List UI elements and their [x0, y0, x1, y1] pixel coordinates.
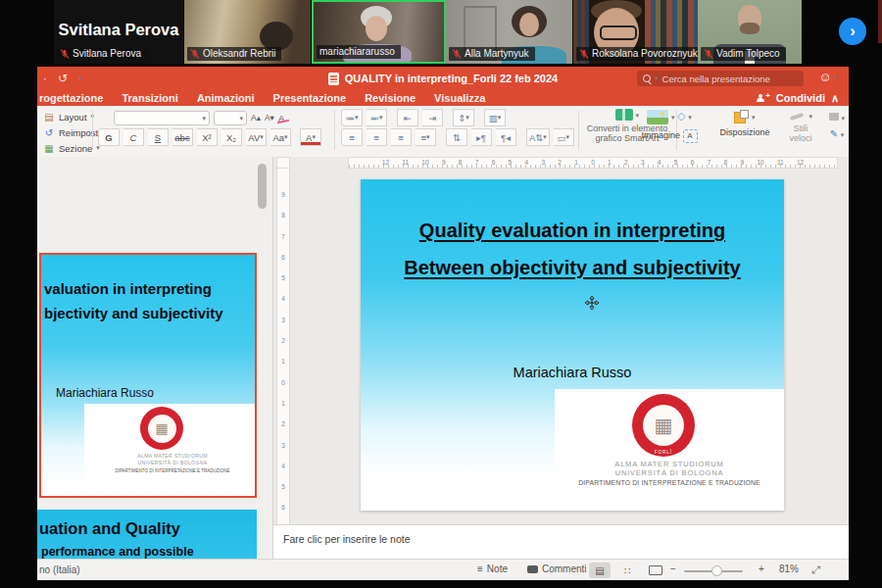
layout-button[interactable]: ▤ Layout▾ — [43, 109, 103, 124]
next-participants-button[interactable]: › — [839, 18, 866, 45]
shrink-font-button[interactable]: A▾ — [265, 113, 274, 122]
zoom-out-button[interactable]: − — [670, 564, 676, 574]
decrease-indent-button[interactable]: ⇤ — [397, 109, 418, 126]
panel-scrollbar[interactable] — [258, 164, 267, 209]
vertical-align-button[interactable]: A⇅▾ — [526, 128, 550, 146]
bold-button[interactable]: G — [98, 128, 120, 146]
university-logo: ▦ ALMA MATER STUDIORUM UNIVERSITÀ DI BOL… — [84, 404, 257, 490]
tab-transizioni[interactable]: Transizioni — [122, 92, 177, 104]
participant-tile-alla[interactable]: Alla Martynyuk — [446, 0, 572, 64]
notes-toggle[interactable]: ≡ Note — [477, 564, 508, 574]
university-logo: ▦ FORLÌ ALMA MATER STUDIORUM UNIVERSITÀ … — [555, 389, 784, 505]
slide-title-line1[interactable]: Quality evaluation in interpreting — [361, 220, 784, 242]
slide-title-line2[interactable]: Between objectivity and subjectivity — [361, 257, 784, 279]
search-input[interactable]: ▾ Cerca nella presentazione — [637, 71, 804, 86]
tab-visualizza[interactable]: Visualizza — [434, 92, 485, 104]
fill-outline-group: ▾ ✎ ▾ — [827, 112, 847, 139]
collapse-ribbon-icon[interactable]: ∧ — [831, 92, 839, 105]
align-right-button[interactable]: ≡ — [391, 128, 412, 146]
tab-revisione[interactable]: Revisione — [365, 92, 416, 104]
feedback-button[interactable]: ☺ ▾ — [818, 70, 837, 84]
chevron-right-icon: › — [850, 22, 856, 41]
reset-button[interactable]: ↺ Reimposta — [43, 124, 103, 140]
arrange-icon[interactable] — [734, 110, 749, 123]
shape-fill-icon[interactable] — [829, 113, 839, 121]
section-icon: ▦ — [43, 143, 55, 154]
line-spacing-button[interactable]: ⇕▾ — [453, 109, 474, 126]
align-center-button[interactable]: ≡ — [367, 128, 387, 146]
normal-view-icon: ▤ — [595, 565, 604, 576]
section-button[interactable]: ▦ Sezione▾ — [43, 140, 103, 156]
picture-icon[interactable] — [647, 110, 668, 124]
tab-progettazione[interactable]: rogettazione — [39, 92, 103, 104]
change-case-button[interactable]: Aa▾ — [270, 128, 291, 146]
zoom-in-button[interactable]: + — [759, 564, 764, 574]
participant-name-label: Svitlana Perova — [57, 47, 147, 61]
slide-thumbnail-2[interactable]: uation and Quality performance and possi… — [37, 510, 257, 559]
underline-button[interactable]: S — [148, 128, 169, 146]
align-left-button[interactable]: ≡ — [341, 128, 363, 146]
picture-button[interactable]: Immagine — [641, 130, 680, 140]
title-bar: · ↺ ▾ QUALITY in interpreting_Forli 22 f… — [37, 67, 849, 90]
participant-tile-mariachiara-speaking[interactable]: mariachiararusso — [312, 0, 446, 64]
distribute-button[interactable]: ⇅ — [446, 128, 467, 146]
zoom-level[interactable]: 81% — [779, 564, 799, 574]
shapes-icon[interactable]: ◇ — [677, 110, 685, 122]
participant-tile-roksolana[interactable]: Roksolana Povoroznyuk — [573, 0, 698, 64]
slideshow-button[interactable] — [645, 563, 666, 578]
language-status[interactable]: no (Italia) — [39, 564, 80, 575]
text-direction-rtl-button[interactable]: ¶◂ — [496, 128, 516, 146]
ruler-corner — [276, 157, 290, 169]
text-direction-ltr-button[interactable]: ▸¶ — [471, 128, 492, 146]
bullet-list-button[interactable]: ≔▾ — [341, 109, 363, 126]
quick-styles-icon[interactable] — [789, 110, 807, 122]
bologna-seal: ▦ FORLÌ — [632, 394, 695, 457]
character-spacing-button[interactable]: AV▾ — [246, 128, 267, 146]
participant-name-label: Roksolana Povoroznyuk — [576, 47, 698, 61]
font-size-select[interactable]: ▾ — [214, 111, 247, 125]
fit-to-window-icon[interactable]: ⤢ — [811, 564, 820, 576]
strikethrough-button[interactable]: abc — [172, 128, 193, 146]
increase-indent-button[interactable]: ⇥ — [422, 109, 443, 126]
share-group: + Condividi ∧ — [757, 90, 839, 106]
textbox-button[interactable]: A — [683, 129, 698, 143]
notes-pane[interactable]: Fare clic per inserire le note — [273, 524, 849, 560]
subscript-button[interactable]: X₂ — [221, 128, 242, 146]
participant-tile-oleksandr[interactable]: Oleksandr Rebrii — [184, 0, 311, 64]
comments-toggle[interactable]: Commenti — [527, 564, 587, 574]
participant-name-label: mariachiararusso — [317, 45, 401, 59]
font-name-select[interactable]: ▾ — [114, 111, 210, 125]
font-color-button[interactable]: A▾ — [300, 128, 321, 146]
grow-font-button[interactable]: A▴ — [251, 113, 261, 122]
ribbon-tab-row: rogettazione Transizioni Animazioni Pres… — [37, 90, 849, 106]
slide-author[interactable]: Mariachiara Russo — [361, 365, 784, 380]
share-button[interactable]: Condividi — [776, 92, 825, 104]
comments-icon — [527, 565, 538, 573]
arrange-button[interactable]: Disposizione — [719, 127, 769, 137]
slide-thumbnail-1-selected[interactable]: valuation in interpreting bjectivity and… — [39, 253, 257, 498]
normal-view-button[interactable]: ▤ — [589, 563, 611, 578]
muted-mic-icon — [190, 49, 200, 59]
italic-button[interactable]: C — [123, 128, 144, 146]
columns-button[interactable]: ▥▾ — [484, 109, 506, 126]
tab-presentazione[interactable]: Presentazione — [273, 92, 347, 104]
slide-sorter-button[interactable]: ∷ — [616, 563, 638, 578]
seal-text: FORLÌ — [632, 450, 695, 455]
save-dot-icon[interactable]: · — [43, 72, 47, 85]
clear-formatting-button[interactable]: A — [278, 113, 284, 123]
undo-icon[interactable]: ↺ — [58, 72, 68, 85]
participant-tile-vadim[interactable]: Vadim Tolpeco — [698, 0, 802, 64]
numbered-list-button[interactable]: ≕▾ — [367, 109, 387, 126]
slide-canvas[interactable]: Quality evaluation in interpreting Betwe… — [361, 179, 784, 511]
insert-group: ▾ ◇ ▾ Immagine A — [635, 110, 704, 143]
participant-tile-svitlana[interactable]: Svitlana Perova Svitlana Perova — [54, 0, 183, 64]
arrange-group: ▾ Disposizione — [711, 110, 778, 137]
justify-button[interactable]: ≡▾ — [416, 128, 436, 146]
tab-animazioni[interactable]: Animazioni — [197, 92, 255, 104]
layout-icon: ▤ — [43, 112, 55, 122]
shape-outline-icon[interactable]: ✎ — [830, 128, 838, 139]
autofit-button[interactable]: ▭▾ — [554, 128, 574, 146]
superscript-button[interactable]: X² — [197, 128, 218, 146]
zoom-slider-thumb[interactable] — [711, 565, 722, 576]
qat-caret-icon[interactable]: ▾ — [78, 74, 82, 82]
